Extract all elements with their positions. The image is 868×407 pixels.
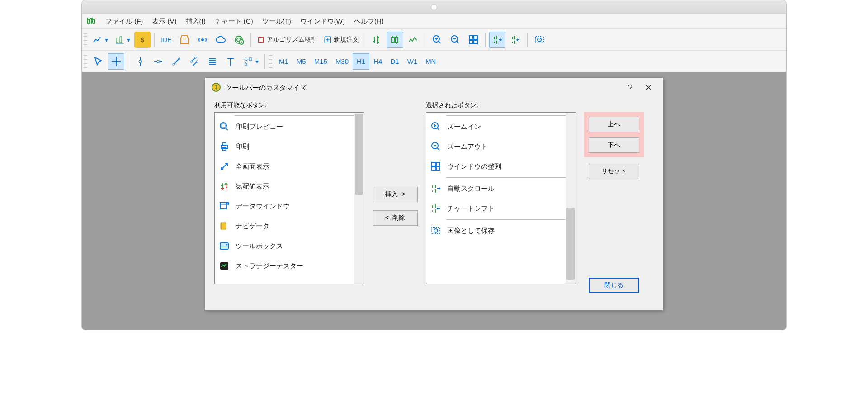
list-item[interactable]: 気配値表示 bbox=[215, 176, 364, 196]
list-item-label: 全画面表示 bbox=[236, 162, 269, 171]
separator bbox=[250, 33, 251, 47]
svg-rect-46 bbox=[432, 167, 435, 170]
dialog-title: ツールバーのカスタマイズ bbox=[225, 84, 307, 92]
timeframe-w1[interactable]: W1 bbox=[403, 53, 422, 70]
close-button[interactable]: 閉じる bbox=[589, 278, 639, 293]
toolbar-grip[interactable] bbox=[84, 33, 87, 46]
svg-point-29 bbox=[220, 123, 226, 129]
window-handle-dot bbox=[431, 5, 437, 10]
timeframe-m1[interactable]: M1 bbox=[275, 53, 292, 70]
crosshair-icon[interactable] bbox=[108, 53, 124, 70]
menu-window[interactable]: ウインドウ(W) bbox=[300, 17, 345, 26]
market-icon[interactable] bbox=[176, 32, 193, 48]
chartshift-icon bbox=[430, 203, 442, 214]
selected-label: 選択されたボタン: bbox=[426, 101, 576, 109]
svg-point-21 bbox=[173, 63, 175, 65]
toolbar-grip[interactable] bbox=[84, 55, 87, 68]
timeframe-h1[interactable]: H1 bbox=[353, 53, 369, 70]
window-titlebar[interactable] bbox=[82, 0, 786, 14]
dollar-icon[interactable]: $ bbox=[134, 32, 151, 48]
zoom-out-button[interactable] bbox=[447, 32, 463, 48]
insert-button[interactable]: 挿入 -> bbox=[373, 187, 418, 202]
menu-tools[interactable]: ツール(T) bbox=[262, 17, 291, 26]
dialog-help-button[interactable]: ? bbox=[621, 83, 639, 93]
svg-point-22 bbox=[178, 58, 180, 60]
timeframe-m30[interactable]: M30 bbox=[331, 53, 353, 70]
list-item[interactable]: i+データウインドウ bbox=[215, 196, 364, 216]
cursor-icon[interactable] bbox=[90, 53, 106, 70]
signals-icon[interactable] bbox=[194, 32, 211, 48]
separator bbox=[154, 33, 155, 47]
list-item[interactable]: ズームアウト bbox=[426, 137, 576, 156]
timeframe-m15[interactable]: M15 bbox=[310, 53, 331, 70]
dialog-close-button[interactable]: ✕ bbox=[639, 83, 657, 93]
save-image-icon bbox=[430, 225, 442, 237]
fibo-icon[interactable] bbox=[204, 53, 221, 70]
line-chart-button[interactable] bbox=[405, 32, 421, 48]
svg-rect-27 bbox=[249, 58, 252, 61]
menu-insert[interactable]: 挿入(I) bbox=[186, 17, 206, 26]
text-icon[interactable] bbox=[222, 53, 239, 70]
svg-rect-14 bbox=[474, 36, 477, 39]
algo-trading-button[interactable]: アルゴリズム取引 bbox=[255, 32, 320, 48]
fullscreen-icon bbox=[218, 161, 230, 172]
svg-point-2 bbox=[201, 38, 204, 41]
list-item[interactable]: ズームイン bbox=[426, 117, 576, 137]
selected-buttons-list[interactable]: ズームインズームアウトウインドウの整列自動スクロールチャートシフト画像として保存 bbox=[426, 112, 576, 284]
reset-button[interactable]: リセット bbox=[589, 164, 639, 179]
menu-view[interactable]: 表示 (V) bbox=[152, 17, 176, 26]
toolbar-grip[interactable] bbox=[269, 55, 272, 68]
ide-button[interactable]: IDE bbox=[158, 32, 175, 48]
bar-chart-button[interactable] bbox=[369, 32, 385, 48]
candle-chart-button[interactable] bbox=[387, 32, 403, 48]
timeframe-h4[interactable]: H4 bbox=[369, 53, 386, 70]
shapes-icon[interactable]: ▾ bbox=[241, 53, 261, 70]
remove-button[interactable]: <- 削除 bbox=[373, 210, 418, 226]
svg-rect-7 bbox=[259, 37, 264, 42]
menu-file[interactable]: ファイル (F) bbox=[105, 17, 143, 26]
list-item[interactable]: 印刷プレビュー bbox=[215, 117, 364, 137]
list-item-label: ズームイン bbox=[447, 123, 481, 131]
chartshift-button[interactable] bbox=[507, 32, 524, 48]
list-item[interactable]: ストラテジーテスター bbox=[215, 256, 364, 276]
list-item[interactable]: 全画面表示 bbox=[215, 156, 364, 176]
timeframe-d1[interactable]: D1 bbox=[386, 53, 403, 70]
scrollbar[interactable] bbox=[566, 113, 576, 284]
list-item[interactable]: チャートシフト bbox=[426, 199, 576, 218]
cloud-icon[interactable] bbox=[212, 32, 229, 48]
navigator-icon bbox=[218, 220, 230, 232]
list-item[interactable]: ナビゲータ bbox=[215, 216, 364, 236]
list-item[interactable]: ウインドウの整列 bbox=[426, 156, 576, 176]
autoscroll-button[interactable] bbox=[489, 32, 505, 48]
menu-chart[interactable]: チャート (C) bbox=[215, 17, 253, 26]
tile-windows-button[interactable] bbox=[465, 32, 481, 48]
zoom-in-button[interactable] bbox=[429, 32, 445, 48]
hline-icon[interactable] bbox=[150, 53, 166, 70]
svg-point-24 bbox=[194, 57, 196, 59]
save-image-button[interactable] bbox=[531, 32, 547, 48]
channel-icon[interactable] bbox=[186, 53, 203, 70]
menu-help[interactable]: ヘルプ(H) bbox=[354, 17, 384, 26]
line-chart-icon[interactable]: ▾ bbox=[90, 32, 110, 48]
separator bbox=[425, 33, 425, 47]
vps-icon[interactable]: + bbox=[231, 32, 247, 48]
list-item[interactable]: 印刷 bbox=[215, 137, 364, 156]
svg-rect-16 bbox=[474, 40, 477, 44]
list-item[interactable]: 画像として保存 bbox=[426, 221, 576, 241]
vline-icon[interactable] bbox=[132, 53, 148, 70]
timeframe-mn[interactable]: MN bbox=[421, 53, 440, 70]
scrollbar[interactable] bbox=[354, 113, 364, 284]
list-item[interactable]: 自動スクロール bbox=[426, 179, 576, 199]
dialog-titlebar[interactable]: ツールバーのカスタマイズ ? ✕ bbox=[205, 78, 663, 98]
move-down-button[interactable]: 下へ bbox=[589, 137, 639, 153]
list-item-label: 気配値表示 bbox=[236, 182, 269, 191]
svg-rect-47 bbox=[436, 167, 440, 170]
list-item[interactable]: ツールボックス bbox=[215, 236, 364, 256]
workspace-area: ツールバーのカスタマイズ ? ✕ 利用可能なボタン: 印刷プレビュー印刷全画面表… bbox=[82, 72, 786, 330]
move-up-button[interactable]: 上へ bbox=[589, 117, 639, 132]
timeframe-m5[interactable]: M5 bbox=[292, 53, 310, 70]
candlestick-icon[interactable]: ▾ bbox=[112, 32, 132, 48]
available-buttons-list[interactable]: 印刷プレビュー印刷全画面表示気配値表示i+データウインドウナビゲータツールボック… bbox=[214, 112, 364, 284]
new-order-button[interactable]: 新規注文 bbox=[321, 32, 361, 48]
trendline-icon[interactable] bbox=[168, 53, 184, 70]
